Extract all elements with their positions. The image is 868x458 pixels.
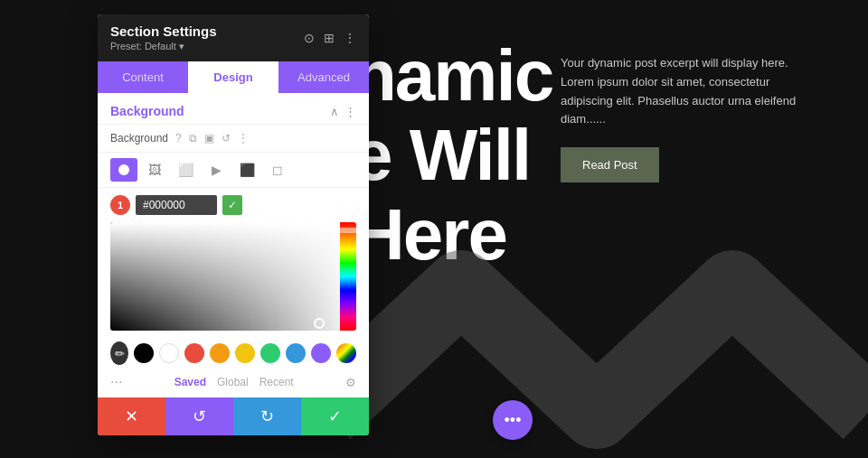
hue-thumb	[340, 228, 356, 233]
cancel-button[interactable]: ✕	[98, 397, 165, 435]
icon-tab-image[interactable]: 🖼	[141, 158, 168, 182]
settings-icon[interactable]: ⚙	[345, 376, 356, 389]
recent-tab[interactable]: Recent	[259, 376, 294, 388]
help-icon[interactable]: ?	[175, 132, 182, 145]
icon-tab-pattern[interactable]: ⬛	[233, 158, 260, 182]
collapse-icon[interactable]: ∧	[330, 105, 339, 118]
reset-icon[interactable]: ↺	[222, 132, 231, 145]
icon-tab-gradient[interactable]: ⬜	[172, 158, 199, 182]
swatch-rainbow[interactable]	[336, 343, 356, 363]
global-tab[interactable]: Global	[217, 376, 249, 388]
bg-more-icon[interactable]: ⋮	[238, 132, 249, 145]
layout-icon[interactable]: ⊞	[324, 31, 335, 45]
swatch-orange[interactable]	[210, 343, 230, 363]
section-more-icon[interactable]: ⋮	[344, 105, 356, 118]
swatch-purple[interactable]	[311, 343, 331, 363]
redo-button[interactable]: ↻	[233, 397, 301, 435]
bg-section-icons: ∧ ⋮	[330, 105, 356, 118]
panel-footer: ✕ ↺ ↻ ✓	[98, 397, 369, 435]
right-text-block: Your dynamic post excerpt will display h…	[561, 54, 814, 182]
gradient-inner	[110, 222, 356, 331]
swatch-red[interactable]	[184, 343, 204, 363]
more-dots-button[interactable]: ···	[110, 374, 122, 390]
bg-label: Background	[110, 132, 168, 145]
purple-float-button[interactable]: •••	[493, 400, 533, 440]
swatch-green[interactable]	[260, 343, 280, 363]
swatches-row: ✏	[110, 336, 356, 370]
icon-tab-color[interactable]	[110, 158, 137, 182]
panel-header-right: ⊙ ⊞ ⋮	[304, 31, 356, 45]
tab-design[interactable]: Design	[188, 61, 278, 93]
hero-line-2: e Will	[353, 116, 552, 195]
background-section-header: Background ∧ ⋮	[98, 93, 369, 125]
tab-content[interactable]: Content	[98, 61, 188, 93]
swatch-yellow[interactable]	[235, 343, 255, 363]
panel-content: Background ∧ ⋮ Background ? ⧉ ▣ ↺ ⋮ 🖼 ⬜ …	[98, 93, 369, 397]
panel-header-left: Section Settings Preset: Default ▾	[110, 23, 217, 52]
save-tabs-row: ··· Saved Global Recent ⚙	[110, 370, 356, 390]
color-gradient-canvas[interactable]	[110, 222, 356, 331]
excerpt-text: Your dynamic post excerpt will display h…	[561, 54, 814, 129]
hue-slider[interactable]	[340, 222, 356, 331]
svg-point-0	[118, 164, 129, 175]
panel-tabs: Content Design Advanced	[98, 61, 369, 93]
swatch-white[interactable]	[159, 343, 179, 363]
swatch-black[interactable]	[134, 343, 154, 363]
dots-icon: •••	[505, 411, 522, 430]
hex-confirm-button[interactable]: ✓	[222, 195, 242, 215]
hex-input[interactable]	[136, 195, 217, 215]
more-icon[interactable]: ⋮	[344, 31, 356, 45]
panel-preset: Preset: Default ▾	[110, 41, 217, 52]
undo-button[interactable]: ↺	[165, 397, 233, 435]
bg-controls-row: Background ? ⧉ ▣ ↺ ⋮	[98, 125, 369, 153]
section-settings-panel: Section Settings Preset: Default ▾ ⊙ ⊞ ⋮…	[98, 14, 369, 435]
paste-icon[interactable]: ▣	[204, 132, 214, 145]
panel-title: Section Settings	[110, 23, 217, 39]
icon-tab-video[interactable]: ▶	[203, 158, 230, 182]
saved-tab[interactable]: Saved	[175, 376, 206, 388]
color-picker-area: 1 ✓ ✏	[98, 188, 369, 397]
chevron-icon	[326, 232, 868, 458]
swatch-blue[interactable]	[286, 343, 306, 363]
tab-advanced[interactable]: Advanced	[278, 61, 369, 93]
hero-line-1: namic	[353, 36, 552, 116]
save-button[interactable]: ✓	[301, 397, 369, 435]
chevron-area	[326, 232, 868, 458]
icon-tabs-row: 🖼 ⬜ ▶ ⬛ ◻	[98, 153, 369, 188]
target-icon[interactable]: ⊙	[304, 31, 315, 45]
white-overlay	[110, 222, 356, 331]
layer-indicator: 1	[110, 195, 130, 215]
color-cursor	[314, 318, 325, 329]
eyedropper-button[interactable]: ✏	[110, 341, 128, 365]
read-post-button[interactable]: Read Post	[561, 147, 659, 182]
copy-icon[interactable]: ⧉	[189, 132, 197, 145]
panel-header: Section Settings Preset: Default ▾ ⊙ ⊞ ⋮	[98, 14, 369, 61]
background-section-title: Background	[110, 104, 184, 118]
icon-tab-mask[interactable]: ◻	[264, 158, 291, 182]
hex-input-row: 1 ✓	[110, 195, 356, 215]
